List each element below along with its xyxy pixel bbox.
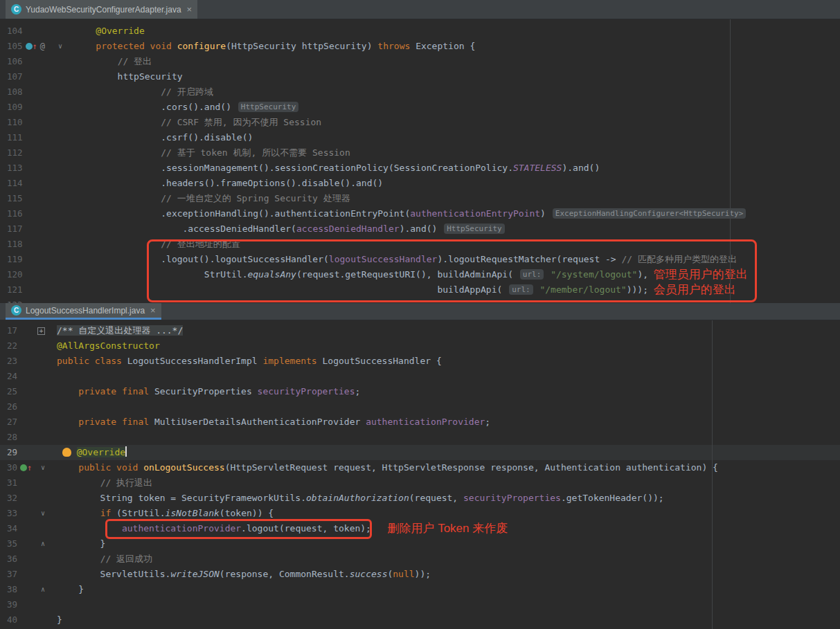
code-token: public void (78, 462, 143, 473)
right-margin-guide (712, 320, 713, 629)
fold-down-icon[interactable]: ∨ (41, 506, 45, 521)
code-token (74, 86, 161, 97)
code-line[interactable]: 25 private final SecurityProperties secu… (0, 384, 840, 399)
code-line[interactable]: 17+/** 自定义退出处理器 ...*/ (0, 323, 840, 338)
code-line[interactable]: 32 String token = SecurityFrameworkUtils… (0, 491, 840, 506)
code-text: protected void configure(HttpSecurity ht… (66, 39, 475, 54)
code-token: obtainAuthorization (306, 493, 409, 503)
code-line[interactable]: 116 .exceptionHandling().authenticationE… (0, 206, 840, 221)
code-line[interactable]: 107 httpSecurity (0, 69, 840, 84)
code-line[interactable]: 38∧ } (0, 582, 840, 597)
gutter: 114 (0, 176, 66, 191)
fold-plus-icon[interactable]: + (37, 327, 45, 335)
code-token: .cors().and() (74, 102, 237, 112)
code-line[interactable]: 23public class LogoutSuccessHandlerImpl … (0, 354, 840, 369)
code-line[interactable]: 106 // 登出 (0, 54, 840, 69)
line-number: 17 (7, 323, 17, 338)
gutter: 107 (0, 69, 66, 84)
code-line[interactable]: 122 (0, 298, 840, 303)
code-token (74, 117, 161, 127)
code-text: @Override (48, 445, 127, 460)
code-line[interactable]: 33∨ if (StrUtil.isNotBlank(token)) { (0, 506, 840, 521)
gutter: 120 (0, 267, 66, 282)
code-line[interactable]: 26 (0, 399, 840, 414)
code-text (48, 430, 57, 445)
gutter: 119 (0, 252, 66, 267)
ide-window: C YudaoWebSecurityConfigurerAdapter.java… (0, 0, 840, 629)
close-icon[interactable]: × (150, 305, 156, 316)
code-line[interactable]: 39 (0, 597, 840, 612)
line-number: 36 (7, 551, 17, 567)
code-text: // 开启跨域 (66, 84, 213, 100)
gutter: 121 (0, 282, 66, 298)
gutter: 39 (0, 597, 48, 612)
code-line[interactable]: 115 // 一堆自定义的 Spring Security 处理器 (0, 191, 840, 206)
code-text: } (48, 612, 62, 628)
code-line[interactable]: 117 .accessDeniedHandler(accessDeniedHan… (0, 221, 840, 237)
code-line[interactable]: 31 // 执行退出 (0, 475, 840, 491)
code-line[interactable]: 30↑∨ public void onLogoutSuccess(HttpSer… (0, 460, 840, 475)
code-line[interactable]: 35∧ } (0, 536, 840, 551)
code-text: // 执行退出 (48, 475, 152, 491)
code-line[interactable]: 37 ServletUtils.writeJSON(response, Comm… (0, 567, 840, 582)
tab-label: YudaoWebSecurityConfigurerAdapter.java (26, 5, 181, 15)
code-line[interactable]: 113 .sessionManagement().sessionCreation… (0, 161, 840, 176)
gutter: 104 (0, 24, 66, 39)
code-line[interactable]: 114 .headers().frameOptions().disable().… (0, 176, 840, 191)
code-line[interactable]: 119 .logout().logoutSuccessHandler(logou… (0, 252, 840, 267)
code-token: .csrf().disable() (74, 132, 253, 143)
code-line[interactable]: 22@AllArgsConstructor (0, 338, 840, 354)
code-line[interactable]: 109 .cors().and() HttpSecurity (0, 100, 840, 115)
code-token: if (100, 508, 111, 518)
line-number: 29 (7, 445, 17, 460)
tab-logout-success-handler-impl[interactable]: C LogoutSuccessHandlerImpl.java × (6, 303, 161, 320)
fold-down-icon[interactable]: ∨ (58, 39, 62, 54)
comment-token: // CSRF 禁用, 因为不使用 Session (161, 117, 321, 127)
gutter: 30↑∨ (0, 460, 48, 475)
editor-pane-top[interactable]: 104 @Override105↑@∨ protected void confi… (0, 19, 840, 303)
code-token: (HttpServletRequest request, HttpServlet… (225, 462, 718, 473)
gutter: 112 (0, 145, 66, 161)
code-token: String token = SecurityFrameworkUtils. (57, 493, 306, 503)
code-line[interactable]: 40} (0, 612, 840, 628)
code-token (57, 386, 78, 396)
code-line[interactable]: 118 // 登出地址的配置 (0, 237, 840, 252)
code-token: @Override (77, 447, 125, 457)
code-line[interactable]: 110 // CSRF 禁用, 因为不使用 Session (0, 115, 840, 130)
code-token (74, 193, 161, 203)
code-line[interactable]: 36 // 返回成功 (0, 551, 840, 567)
code-line[interactable]: 120 StrUtil.equalsAny(request.getRequest… (0, 267, 840, 282)
code-line[interactable]: 29 @Override (0, 445, 840, 460)
code-line[interactable]: 27 private final MultiUserDetailsAuthent… (0, 414, 840, 430)
editor-pane-bottom[interactable]: 17+/** 自定义退出处理器 ...*/22@AllArgsConstruct… (0, 320, 840, 629)
inline-hint: url: (520, 269, 544, 280)
code-text: // 返回成功 (48, 551, 152, 567)
line-number: 104 (7, 24, 23, 39)
code-line[interactable]: 104 @Override (0, 24, 840, 39)
code-token: logoutSuccessHandler (329, 254, 438, 264)
code-line[interactable]: 34 authenticationProvider.logout(request… (0, 521, 840, 536)
inline-hint: ExceptionHandlingConfigurer<HttpSecurity… (553, 208, 747, 219)
code-token: } (57, 538, 105, 549)
code-line[interactable]: 105↑@∨ protected void configure(HttpSecu… (0, 39, 840, 54)
fold-down-icon[interactable]: ∨ (41, 460, 45, 475)
code-line[interactable]: 121 buildAppApi( url: "/member/logout"))… (0, 282, 840, 298)
code-line[interactable]: 112 // 基于 token 机制, 所以不需要 Session (0, 145, 840, 161)
code-token: ), (637, 269, 653, 280)
code-token: .getTokenHeader()); (561, 493, 664, 503)
code-token: equalsAny (247, 269, 296, 280)
code-token (545, 269, 551, 280)
comment-token: // 登出 (118, 56, 152, 66)
tab-yudao-web-security-configurer-adapter[interactable]: C YudaoWebSecurityConfigurerAdapter.java… (6, 0, 197, 19)
code-line[interactable]: 24 (0, 369, 840, 384)
gutter: 29 (0, 445, 48, 460)
code-token: } (57, 584, 84, 594)
code-line[interactable]: 111 .csrf().disable() (0, 130, 840, 145)
line-number: 39 (7, 597, 17, 612)
close-icon[interactable]: × (187, 4, 193, 15)
fold-up-icon[interactable]: ∧ (41, 536, 45, 551)
code-line[interactable]: 108 // 开启跨域 (0, 84, 840, 100)
code-line[interactable]: 28 (0, 430, 840, 445)
line-number: 27 (7, 414, 17, 430)
fold-up-icon[interactable]: ∧ (41, 582, 45, 597)
